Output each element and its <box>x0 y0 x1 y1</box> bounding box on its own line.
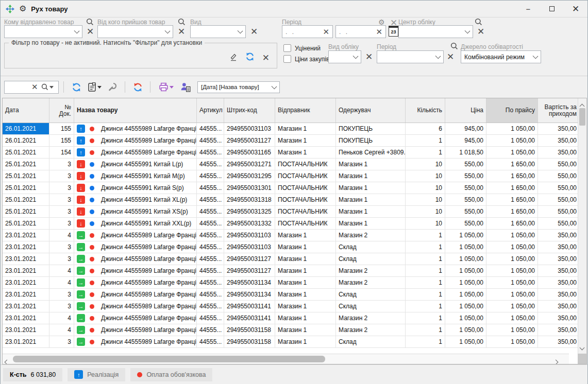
cell-barcode[interactable]: 2949550031158 <box>224 324 275 336</box>
cell-qty[interactable]: 1 <box>406 312 445 324</box>
cell-cost[interactable]: 350,00 <box>538 301 580 312</box>
cell-qty[interactable]: 1 <box>406 230 445 241</box>
cell-list_price[interactable]: 1 050,00 <box>486 230 538 241</box>
cell-sender[interactable]: Магазин 1 <box>275 277 336 288</box>
table-row[interactable]: 25.01.20213↓Джинси 44555991 Китай XS(p)4… <box>3 206 580 218</box>
cell-barcode[interactable]: 2949550031301 <box>224 182 275 194</box>
cell-receiver[interactable]: Магазин 1 <box>336 206 406 217</box>
cell-barcode[interactable]: 2949550031295 <box>224 170 275 182</box>
received-from-combo[interactable] <box>97 25 173 38</box>
cell-barcode[interactable]: 2949550031103 <box>224 123 275 134</box>
cell-sender[interactable]: Магазин 1 <box>275 301 336 312</box>
cell-qty[interactable]: 6 <box>406 123 445 134</box>
cell-sender[interactable]: Магазин 1 <box>275 265 336 276</box>
column-header-date[interactable]: Дата <box>3 98 49 123</box>
table-row[interactable]: 23.01.20214→Джинси 44555989 Lafarge Фран… <box>3 230 580 241</box>
cell-cost[interactable]: 350,00 <box>538 277 580 288</box>
clear-icon[interactable]: ✕ <box>31 82 38 92</box>
cell-sender[interactable]: ПОСТАЧАЛЬНИК <box>275 218 336 229</box>
cell-receiver[interactable]: Магазин 2 <box>336 265 406 276</box>
cell-name[interactable]: →Джинси 44555989 Lafarge Франці... <box>74 241 197 253</box>
cell-price[interactable]: 550,00 <box>445 218 486 229</box>
cell-name[interactable]: →Джинси 44555989 Lafarge Франці... <box>74 336 197 347</box>
cell-price[interactable]: 1 050,00 <box>445 253 486 265</box>
cell-doc[interactable]: 4 <box>49 277 74 288</box>
checkbox-purchase-prices[interactable]: Ціни закупівлі <box>283 55 334 63</box>
cell-barcode[interactable]: 2949550031325 <box>224 206 275 217</box>
cell-price[interactable]: 1 050,00 <box>445 241 486 253</box>
cell-doc[interactable]: 3 <box>49 182 74 194</box>
cell-list_price[interactable]: 1 650,00 <box>486 182 538 194</box>
search-icon[interactable] <box>450 42 458 52</box>
cell-name[interactable]: ↓Джинси 44555991 Китай XXL(p) <box>74 218 197 229</box>
cell-cost[interactable]: 550,00 <box>538 182 580 194</box>
column-header-qty[interactable]: Кількість <box>406 98 445 123</box>
cell-barcode[interactable]: 2949550031103 <box>224 230 275 241</box>
cell-name[interactable]: ↑Джинси 44555989 Lafarge Франці... <box>74 147 197 158</box>
cell-cost[interactable]: 350,00 <box>538 336 580 347</box>
cell-sender[interactable]: Магазин 1 <box>275 230 336 241</box>
cell-receiver[interactable]: Склад <box>336 289 406 300</box>
cell-list_price[interactable]: 1 050,00 <box>486 301 538 312</box>
cell-price[interactable]: 945,00 <box>445 135 486 146</box>
cell-qty[interactable]: 10 <box>406 218 445 229</box>
cell-cost[interactable]: 550,00 <box>538 194 580 205</box>
cell-doc[interactable]: 3 <box>49 301 74 312</box>
cell-receiver[interactable]: Магазин 2 <box>336 230 406 241</box>
period-from-field[interactable]: . .✕ <box>282 25 333 38</box>
cell-qty[interactable]: 10 <box>406 170 445 182</box>
cell-price[interactable]: 1 050,00 <box>445 301 486 312</box>
cell-date[interactable]: 26.01.2021 <box>3 135 49 146</box>
cell-receiver[interactable]: Магазин 1 <box>336 218 406 229</box>
cell-date[interactable]: 25.01.2021 <box>3 147 49 158</box>
calendar-icon[interactable]: 23 <box>389 26 398 37</box>
cell-cost[interactable]: 550,00 <box>538 206 580 217</box>
cell-receiver[interactable]: Магазин 1 <box>336 182 406 194</box>
cell-sender[interactable]: Магазин 1 <box>275 241 336 253</box>
cell-doc[interactable]: 3 <box>49 336 74 347</box>
cell-name[interactable]: ↑Джинси 44555989 Lafarge Франці... <box>74 123 197 134</box>
cell-barcode[interactable]: 2949550031103 <box>224 241 275 253</box>
table-row[interactable]: 23.01.20213→Джинси 44555989 Lafarge Фран… <box>3 301 580 312</box>
cell-sender[interactable]: Магазин 1 <box>275 336 336 347</box>
cell-name[interactable]: ↓Джинси 44555991 Китай M(p) <box>74 170 197 182</box>
period-to-field[interactable]: . .✕ <box>335 25 386 38</box>
cell-qty[interactable]: 1 <box>406 277 445 288</box>
user-report-icon[interactable] <box>178 80 193 94</box>
cell-qty[interactable]: 1 <box>406 147 445 158</box>
cell-list_price[interactable]: 1 050,00 <box>486 336 538 347</box>
cell-article[interactable]: 44555... <box>197 147 224 158</box>
cell-price[interactable]: 1 050,00 <box>445 230 486 241</box>
cell-qty[interactable]: 1 <box>406 289 445 300</box>
cell-price[interactable]: 1 050,00 <box>445 265 486 276</box>
cell-article[interactable]: 44555... <box>197 194 224 205</box>
cell-list_price[interactable]: 1 650,00 <box>486 206 538 217</box>
chevron-down-icon[interactable] <box>49 86 54 89</box>
clear-icon[interactable]: ✕ <box>376 27 382 37</box>
cell-receiver[interactable]: Магазин 2 <box>336 277 406 288</box>
cell-date[interactable]: 25.01.2021 <box>3 182 49 194</box>
cell-article[interactable]: 44555... <box>197 182 224 194</box>
cell-doc[interactable]: 155 <box>49 135 74 146</box>
cell-sender[interactable]: ПОСТАЧАЛЬНИК <box>275 159 336 170</box>
cell-cost[interactable]: 350,00 <box>538 135 580 146</box>
cell-name[interactable]: ↑Джинси 44555989 Lafarge Франці... <box>74 135 197 146</box>
cell-name[interactable]: →Джинси 44555989 Lafarge Франці... <box>74 265 197 276</box>
cell-qty[interactable]: 1 <box>406 253 445 265</box>
table-row[interactable]: 23.01.20213→Джинси 44555989 Lafarge Фран… <box>3 289 580 301</box>
cell-receiver[interactable]: Склад <box>336 253 406 265</box>
cell-sender[interactable]: Магазин 1 <box>275 324 336 336</box>
cell-date[interactable]: 23.01.2021 <box>3 253 49 265</box>
horizontal-scrollbar[interactable] <box>3 354 569 364</box>
cost-source-combo[interactable]: Комбінований режим <box>461 50 541 63</box>
cell-doc[interactable]: 3 <box>49 218 74 229</box>
cell-list_price[interactable]: 1 050,00 <box>486 123 538 134</box>
cell-list_price[interactable]: 1 650,00 <box>486 194 538 205</box>
clear-icon[interactable]: ✕ <box>262 53 270 63</box>
cell-price[interactable]: 550,00 <box>445 206 486 217</box>
cell-article[interactable]: 44555... <box>197 312 224 324</box>
table-row[interactable]: 25.01.20213↓Джинси 44555991 Китай XL(p)4… <box>3 194 580 206</box>
cell-barcode[interactable]: 2949550031127 <box>224 253 275 265</box>
printer-icon[interactable] <box>156 80 176 94</box>
cell-name[interactable]: →Джинси 44555989 Lafarge Франці... <box>74 324 197 336</box>
